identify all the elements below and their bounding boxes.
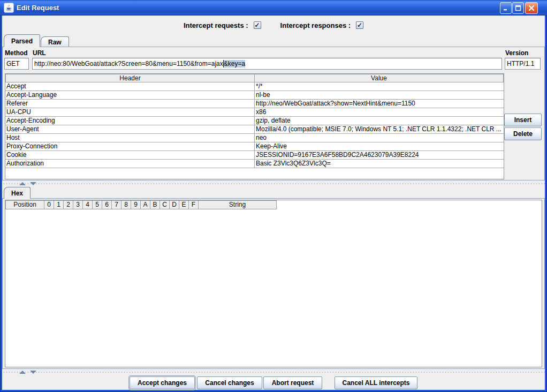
table-row[interactable]: Proxy-Connection Keep-Alive [5,142,504,151]
header-name-cell[interactable]: Authorization [5,160,255,168]
collapse-up-icon[interactable] [19,182,26,185]
version-field[interactable]: HTTP/1.1 [505,58,541,70]
method-value: GET [6,60,20,67]
tab-hex[interactable]: Hex [4,187,31,199]
header-value-cell[interactable]: Mozilla/4.0 (compatible; MSIE 7.0; Windo… [255,125,504,133]
collapse-down-icon[interactable] [30,371,36,374]
insert-button[interactable]: Insert [504,114,542,126]
table-row[interactable]: Accept-Encoding gzip, deflate [5,117,504,125]
header-value-cell[interactable]: gzip, deflate [255,117,504,125]
abort-request-button[interactable]: Abort request [263,376,322,389]
header-value-cell[interactable]: JSESSIONID=9167E3A6F58BD9C2A4623079A39E8… [255,151,504,159]
headers-table: Header Value Accept */* Accept-Language … [5,73,504,179]
hex-col-string[interactable]: String [198,200,277,209]
table-row[interactable]: User-Agent Mozilla/4.0 (compatible; MSIE… [5,125,504,134]
intercept-requests-checkbox[interactable]: ✓ [254,21,261,29]
header-value-cell[interactable]: neo [255,134,504,142]
version-value: HTTP/1.1 [507,60,534,67]
intercept-requests-label: Intercept requests : [184,21,248,29]
intercept-responses-checkbox[interactable]: ✓ [356,21,363,29]
table-row[interactable]: Referer http://neo/WebGoat/attack?show=N… [5,100,504,108]
header-value-cell[interactable]: Basic Z3Vlc3Q6Z3Vlc3Q= [255,160,504,168]
method-label: Method [5,49,28,57]
tab-raw[interactable]: Raw [41,36,69,47]
hex-col[interactable]: 3 [73,200,83,209]
method-field[interactable]: GET [4,58,29,70]
header-name-cell[interactable]: Proxy-Connection [5,142,255,150]
url-label: URL [33,49,46,57]
table-row[interactable]: Authorization Basic Z3Vlc3Q6Z3Vlc3Q= [5,160,504,168]
table-row[interactable]: Cookie JSESSIONID=9167E3A6F58BD9C2A46230… [5,151,504,160]
header-name-cell[interactable]: Referer [5,100,255,108]
header-name-cell[interactable]: Host [5,134,255,142]
cancel-changes-button[interactable]: Cancel changes [197,376,262,389]
table-row[interactable]: Host neo [5,134,504,142]
dialog-content: Intercept requests : ✓ Intercept respons… [2,16,545,390]
request-view-tabs: Parsed Raw [4,34,70,47]
accept-changes-button[interactable]: Accept changes [130,376,195,389]
maximize-button[interactable] [512,2,524,14]
content-view-tabs: Hex [4,187,31,199]
hex-col[interactable]: D [169,200,179,209]
table-row[interactable]: UA-CPU x86 [5,108,504,117]
url-text: http://neo:80/WebGoat/attack?Screen=80&m… [34,60,223,67]
version-label: Version [505,49,528,57]
checkmark-icon: ✓ [255,22,260,28]
intercept-responses-label: Intercept responses : [280,21,351,29]
window-title: Edit Request [17,0,59,16]
column-header-header[interactable]: Header [5,74,255,82]
header-value-cell[interactable]: http://neo/WebGoat/attack?show=NextHint&… [255,100,504,108]
hex-col[interactable]: C [159,200,170,209]
hex-col[interactable]: 1 [54,200,64,209]
url-field[interactable]: http://neo:80/WebGoat/attack?Screen=80&m… [32,58,502,70]
close-button[interactable] [525,2,538,14]
minimize-button[interactable] [500,2,512,14]
table-row[interactable]: Accept-Language nl-be [5,91,504,100]
hex-col[interactable]: 9 [131,200,141,209]
hex-col[interactable]: 2 [63,200,73,209]
collapse-down-icon[interactable] [30,182,36,185]
header-name-cell[interactable]: Accept [5,82,255,91]
hex-table-header: Position 0 1 2 3 4 5 6 7 8 9 A B C D E F [5,200,542,209]
hex-col[interactable]: 0 [44,200,54,209]
column-header-value[interactable]: Value [254,74,504,82]
table-row[interactable]: Accept */* [5,82,504,91]
titlebar[interactable]: Edit Request [0,0,547,16]
parsed-panel: Method URL Version GET http://neo:80/Web… [2,47,545,180]
hex-col[interactable]: 6 [102,200,112,209]
header-value-cell[interactable]: nl-be [255,91,504,99]
header-name-cell[interactable]: User-Agent [5,125,255,133]
header-value-cell[interactable]: Keep-Alive [255,142,504,150]
hex-table: Position 0 1 2 3 4 5 6 7 8 9 A B C D E F [5,200,542,367]
delete-button[interactable]: Delete [504,127,542,140]
hex-col[interactable]: 4 [82,200,93,209]
hex-col[interactable]: E [179,200,189,209]
hex-col[interactable]: F [188,200,199,209]
hex-panel: Position 0 1 2 3 4 5 6 7 8 9 A B C D E F [2,198,545,369]
headers-table-header: Header Value [5,74,504,82]
header-value-cell[interactable]: */* [255,82,504,91]
split-divider[interactable] [2,180,545,187]
hex-col[interactable]: B [150,200,160,209]
java-coffee-icon [4,3,14,13]
header-name-cell[interactable]: Accept-Language [5,91,255,99]
tab-parsed[interactable]: Parsed [4,34,40,47]
collapse-up-icon[interactable] [19,371,26,374]
header-name-cell[interactable]: UA-CPU [5,108,255,116]
action-button-row: Accept changes Cancel changes Abort requ… [2,375,545,390]
hex-col[interactable]: 5 [92,200,102,209]
cancel-all-intercepts-button[interactable]: Cancel ALL intercepts [335,376,417,389]
edit-request-window: Edit Request Intercept requests : ✓ Inte… [0,0,547,392]
url-selected-text: &key=a [223,60,245,67]
header-name-cell[interactable]: Cookie [5,151,255,159]
intercept-options-row: Intercept requests : ✓ Intercept respons… [2,18,545,33]
checkmark-icon: ✓ [357,22,362,28]
split-divider[interactable] [2,369,545,375]
hex-col[interactable]: A [140,200,150,209]
hex-col-position[interactable]: Position [5,200,44,209]
header-value-cell[interactable]: x86 [255,108,504,116]
hex-col[interactable]: 7 [111,200,121,209]
header-name-cell[interactable]: Accept-Encoding [5,117,255,125]
hex-col[interactable]: 8 [121,200,131,209]
